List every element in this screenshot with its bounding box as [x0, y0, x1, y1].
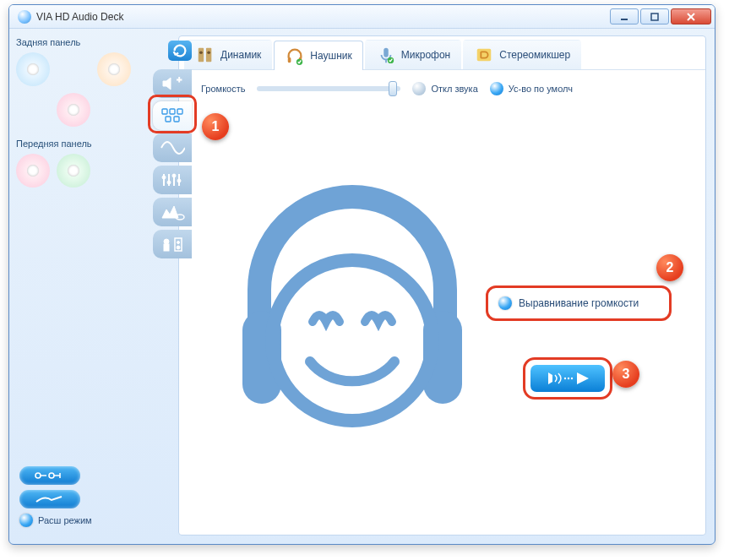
svg-text:+: + [177, 74, 182, 84]
rear-port[interactable] [97, 52, 131, 86]
tab-label: Наушник [310, 50, 351, 62]
volume-slider[interactable] [257, 86, 400, 91]
svg-point-38 [172, 174, 176, 177]
svg-rect-1 [651, 14, 658, 20]
svg-point-25 [571, 378, 573, 379]
svg-point-11 [199, 51, 203, 54]
microphone-icon [376, 46, 396, 64]
svg-point-37 [167, 181, 171, 184]
tab-mixer[interactable]: Стереомикшер [463, 40, 581, 69]
callout-2: 2 [656, 254, 683, 281]
close-button[interactable] [671, 8, 711, 24]
front-port[interactable] [16, 154, 50, 188]
svg-point-39 [177, 179, 181, 182]
svg-rect-9 [199, 48, 204, 63]
maximize-button[interactable] [640, 8, 669, 24]
mute-radio[interactable] [412, 82, 426, 95]
tab-label: Стереомикшер [499, 49, 570, 61]
tab-label: Микрофон [401, 49, 450, 61]
sidetab-room[interactable] [153, 230, 192, 258]
play-test-button[interactable] [530, 365, 605, 392]
callout-1: 1 [202, 113, 229, 140]
left-panel: Задняя панель Передняя панель [9, 29, 153, 544]
mode-label: Расш режим [38, 515, 92, 525]
settings-button[interactable] [19, 490, 80, 508]
window-title: VIA HD Audio Deck [36, 11, 608, 23]
mute-label: Откл звука [431, 84, 477, 94]
svg-point-23 [564, 378, 566, 379]
app-window: VIA HD Audio Deck Задняя панель Передняя… [8, 4, 715, 545]
leveling-label: Выравнивание громкости [519, 297, 639, 309]
svg-point-4 [35, 473, 41, 478]
mixer-icon [474, 46, 494, 64]
rear-port[interactable] [16, 52, 50, 86]
sidetab-wave[interactable] [153, 133, 192, 162]
play-test-wrapper [523, 357, 612, 400]
rear-port[interactable] [57, 93, 90, 127]
speaker-icon [195, 46, 215, 64]
svg-point-36 [162, 176, 166, 179]
tab-microphone[interactable]: Микрофон [365, 40, 461, 69]
tab-headphone[interactable]: Наушник [274, 41, 362, 70]
minimize-button[interactable] [610, 8, 639, 24]
svg-point-45 [177, 246, 180, 249]
svg-rect-19 [477, 49, 492, 62]
default-device-radio[interactable] [490, 82, 503, 95]
sidetab-equalizer[interactable] [153, 166, 192, 194]
sidetab-environment[interactable] [153, 198, 192, 226]
reset-button[interactable] [168, 41, 192, 61]
callout-3: 3 [612, 361, 639, 388]
sidetab-volume[interactable]: + [153, 69, 192, 98]
callout-1-highlight [148, 95, 197, 133]
mode-radio[interactable] [19, 514, 33, 527]
default-device-label: Ус-во по умолч [509, 84, 573, 94]
front-panel-label: Передняя панель [16, 139, 146, 149]
connector-button[interactable] [19, 466, 80, 485]
headphone-icon [285, 46, 305, 65]
app-icon [18, 10, 31, 24]
headphone-face-illustration [213, 163, 492, 442]
svg-point-6 [49, 473, 54, 478]
svg-point-22 [272, 260, 433, 421]
svg-point-41 [164, 239, 169, 244]
leveling-radio[interactable] [498, 296, 512, 310]
svg-point-24 [568, 378, 569, 379]
titlebar[interactable]: VIA HD Audio Deck [9, 5, 715, 29]
svg-rect-13 [288, 57, 291, 63]
volume-leveling-option[interactable]: Выравнивание громкости [486, 285, 672, 321]
front-port[interactable] [57, 154, 90, 188]
top-tabs: Динамик Наушник Микрофон Стереомикшер [179, 36, 705, 70]
tab-label: Динамик [220, 49, 261, 61]
svg-point-44 [177, 242, 180, 244]
side-tabs: + [153, 41, 195, 258]
svg-rect-42 [164, 244, 169, 251]
tab-speaker[interactable]: Динамик [184, 40, 272, 69]
volume-label: Громкость [201, 84, 245, 94]
svg-point-12 [207, 51, 210, 54]
rear-panel-label: Задняя панель [16, 37, 146, 47]
svg-rect-10 [206, 48, 211, 63]
main-panel: Динамик Наушник Микрофон Стереомикшер Гр… [178, 35, 706, 536]
svg-rect-16 [384, 48, 389, 57]
